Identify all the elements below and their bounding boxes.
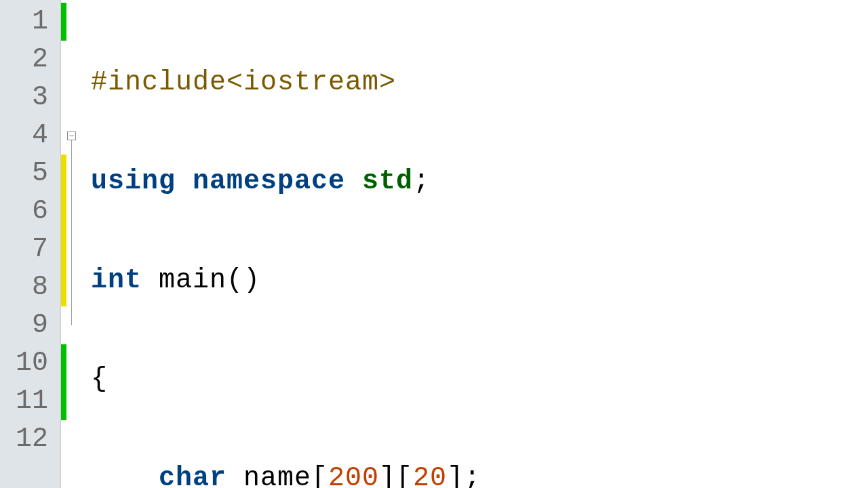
line-number: 6 <box>0 192 60 230</box>
change-none <box>61 420 66 458</box>
keyword: namespace <box>193 166 345 197</box>
number: 200 <box>328 463 379 488</box>
change-new-icon <box>61 3 66 41</box>
change-new-icon <box>61 344 66 382</box>
keyword: using <box>91 166 176 197</box>
identifier: main <box>159 265 226 296</box>
punct: ]; <box>447 463 481 488</box>
fold-toggle[interactable] <box>66 117 79 155</box>
punct: ; <box>413 166 430 197</box>
preprocessor: #include <box>91 67 226 98</box>
line-number-gutter: 1 2 3 4 5 6 7 8 9 10 11 12 <box>0 0 61 488</box>
change-modified-icon <box>61 192 66 230</box>
change-none <box>61 117 66 155</box>
code-line[interactable]: using namespace std; <box>91 163 868 201</box>
code-line[interactable]: { <box>91 361 868 399</box>
change-none <box>61 41 66 79</box>
fold-strip <box>66 0 79 488</box>
change-strip <box>61 0 66 488</box>
line-number: 9 <box>0 306 60 344</box>
line-number: 8 <box>0 268 60 306</box>
line-number: 7 <box>0 230 60 268</box>
identifier: name <box>243 463 311 488</box>
line-number: 1 <box>0 3 60 41</box>
number: 20 <box>413 463 447 488</box>
line-number: 5 <box>0 155 60 192</box>
change-modified-icon <box>61 268 66 306</box>
code-line[interactable]: #include<iostream> <box>91 64 868 102</box>
line-number: 3 <box>0 79 60 117</box>
bracket: [ <box>311 463 328 488</box>
identifier: std <box>362 166 413 197</box>
brace-open: { <box>91 364 108 394</box>
change-none <box>61 79 66 117</box>
change-none <box>61 306 66 344</box>
line-number: 2 <box>0 41 60 79</box>
code-area[interactable]: #include<iostream> using namespace std; … <box>79 0 868 488</box>
bracket: ][ <box>379 463 413 488</box>
line-number: 12 <box>0 420 60 458</box>
code-line[interactable]: int main() <box>91 262 868 300</box>
change-modified-icon <box>61 230 66 268</box>
change-new-icon <box>61 382 66 420</box>
parens: () <box>226 265 260 296</box>
line-number: 4 <box>0 117 60 155</box>
code-editor[interactable]: 1 2 3 4 5 6 7 8 9 10 11 12 #inc <box>0 0 868 488</box>
include-target: <iostream> <box>226 67 396 98</box>
fold-minus-icon <box>67 131 76 140</box>
line-number: 11 <box>0 382 60 420</box>
line-number: 10 <box>0 344 60 382</box>
keyword: int <box>91 265 142 296</box>
code-line[interactable]: char name[200][20]; <box>91 460 868 488</box>
change-modified-icon <box>61 155 66 192</box>
keyword: char <box>159 463 226 488</box>
